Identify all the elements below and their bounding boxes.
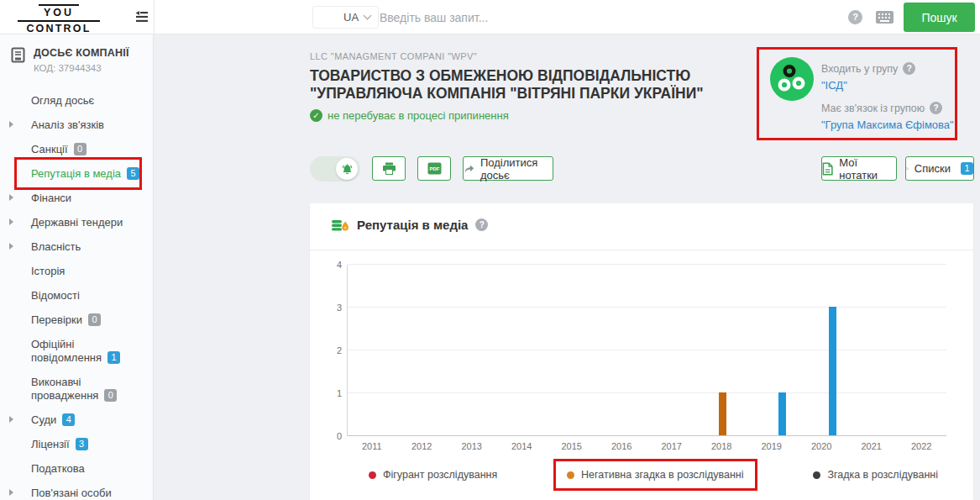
media-reputation-card: Репутація в медіа ? 20112012201320142015… [310,203,973,500]
print-button[interactable] [372,156,406,181]
legend-dot-icon [567,471,574,479]
legend-label: Згадка в розслідуванні [827,469,938,481]
share-dossier-button[interactable]: Поділитися досьє [463,156,553,181]
help-icon[interactable]: ? [848,10,862,24]
my-notes-label: Мої нотатки [839,156,896,182]
sidebar-item-tax[interactable]: Податкова [0,456,153,481]
printer-icon [382,162,396,175]
sidebar-item-label: Відомості [31,289,80,302]
sidebar-item-sanctions[interactable]: Санкції0 [0,137,153,161]
chart-bar-2020[interactable] [829,307,836,435]
pdf-download-button[interactable]: PDF [417,156,451,181]
sidebar-item-licenses[interactable]: Ліцензії3 [0,432,153,456]
my-notes-button[interactable]: Мої нотатки [821,156,897,181]
sidebar-item-media-reputation[interactable]: Репутація в медіа5 [0,161,153,186]
keyboard-icon[interactable] [876,11,894,27]
legend-item[interactable]: Фігурант розслідування [369,469,497,481]
question-icon[interactable]: ? [903,62,915,75]
sidebar-item-state-tenders[interactable]: Державні тендери [0,210,153,234]
chart-bar-2018[interactable] [719,392,726,435]
language-label: UA [343,11,359,24]
company-code: КОД: 37944343 [34,63,141,73]
count-badge: 0 [88,313,101,326]
x-axis-tick-label: 2013 [447,441,497,451]
group-info: Входить у групу ? "ІСД" Має зв'язок із г… [821,62,954,131]
sidebar-item-label: Аналіз зв'язків [31,118,104,131]
legend-item[interactable]: Згадка в розслідуванні [813,469,938,481]
legend-label: Негативна згадка в розслідуванні [581,469,743,481]
toggle-knob [336,158,358,180]
topbar-divider [154,0,155,34]
sidebar-item-label: Виконавчі провадження [31,376,98,402]
question-icon[interactable]: ? [930,102,942,114]
sidebar-item-finance[interactable]: Фінанси [0,186,153,210]
share-arrow-icon [464,163,474,174]
sidebar-item-label: Огляд досьє [31,94,94,107]
sidebar-item-enforcement-proceedings[interactable]: Виконавчі провадження0 [0,370,153,408]
sidebar-item-related-persons[interactable]: Пов'язані особи [0,481,153,500]
sidebar-item-history[interactable]: Історія [0,259,153,283]
search-input[interactable] [380,5,833,29]
sidebar-collapse-icon[interactable] [133,10,149,24]
media-reputation-icon [332,217,349,232]
pdf-icon: PDF [427,162,442,175]
x-axis-tick-label: 2014 [497,441,548,451]
x-axis-tick-label: 2021 [846,441,897,451]
y-axis-tick-label: 2 [322,345,342,355]
count-badge: 0 [104,389,117,402]
count-badge: 0 [74,143,86,155]
sidebar-item-label: Фінанси [31,192,71,204]
youcontrol-logo[interactable]: YOU CONTROL [18,4,100,34]
group-member-link[interactable]: "ІСД" [821,79,954,92]
sidebar-item-courts[interactable]: Суди4 [0,408,153,432]
x-axis-tick-label: 2012 [397,441,448,451]
expand-arrow-icon[interactable] [9,121,13,128]
company-name: ТОВАРИСТВО З ОБМЕЖЕНОЮ ВІДПОВІДАЛЬНІСТЮ … [310,67,747,102]
chart-bar-2019[interactable] [778,392,786,435]
x-axis-tick-label: 2018 [697,441,747,451]
legend-item[interactable]: Негативна згадка в розслідуванні [553,459,757,491]
sidebar-section-title: ДОСЬЄ КОМПАНІЇ [34,47,141,59]
gridline [348,307,946,308]
expand-arrow-icon[interactable] [9,243,13,250]
chart-legend: Фігурант розслідуванняНегативна згадка в… [369,455,938,494]
note-document-icon [822,162,833,176]
dossier-icon [10,47,26,66]
expand-arrow-icon[interactable] [9,218,13,225]
sidebar-item-overview[interactable]: Огляд досьє [0,88,153,113]
expand-arrow-icon[interactable] [9,489,13,496]
ukraine-flag-icon [321,12,338,23]
company-header: LLC "MANAGMENT COMPANI "WPV" ТОВАРИСТВО … [310,51,747,122]
expand-arrow-icon[interactable] [9,416,13,423]
sidebar-item-label: Офіційні повідомлення [31,338,102,364]
sidebar-nav: Огляд досьєАналіз зв'язківСанкції0Репута… [0,78,153,500]
sidebar-item-details[interactable]: Відомості [0,283,153,308]
sidebar-item-label: Перевірки [31,313,82,326]
y-axis-tick-label: 4 [322,260,342,270]
group-membership-box-annotation: Входить у групу ? "ІСД" Має зв'язок із г… [757,47,957,140]
sidebar-item-inspections[interactable]: Перевірки0 [0,308,153,332]
card-header: Репутація в медіа ? [332,217,488,232]
lists-label: Списки [914,162,951,175]
group-related-link[interactable]: "Група Максима Єфімова" [821,118,954,131]
notifications-toggle[interactable] [310,156,360,182]
x-axis-tick-label: 2017 [647,441,697,451]
sidebar-item-label: Пов'язані особи [31,487,112,499]
sidebar-item-ownership[interactable]: Власність [0,234,153,259]
language-selector[interactable]: UA [312,6,379,29]
count-badge: 1 [107,351,120,364]
gridline [348,264,946,265]
expand-arrow-icon[interactable] [9,194,13,201]
svg-text:PDF: PDF [429,166,439,171]
x-axis-tick-label: 2016 [597,441,647,451]
lists-button[interactable]: Списки 1 [905,156,974,181]
x-axis-tick-label: 2022 [897,441,947,451]
question-icon[interactable]: ? [475,218,488,231]
check-icon: ✓ [310,109,322,122]
sidebar-item-relations-analysis[interactable]: Аналіз зв'язків [0,113,153,137]
chart-plot-area [347,265,946,436]
folder-icon [906,163,909,174]
group-member-label: Входить у групу [821,63,898,75]
sidebar-item-official-notices[interactable]: Офіційні повідомлення1 [0,332,153,370]
search-button[interactable]: Пошук [904,3,975,32]
